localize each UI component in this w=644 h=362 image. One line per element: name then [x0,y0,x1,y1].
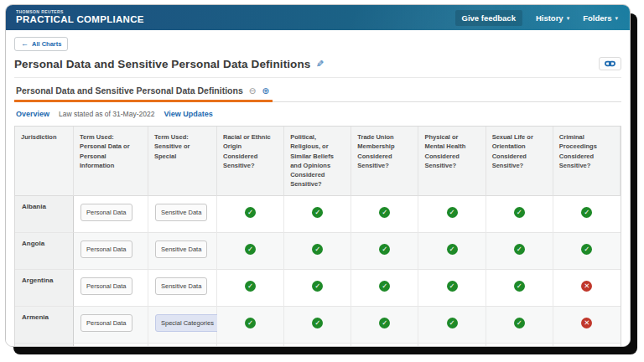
flag-cell: ✓ [351,307,418,344]
no-cross-icon[interactable]: ✕ [581,318,592,328]
yes-check-icon[interactable]: ✓ [245,244,256,255]
brand-logo[interactable]: THOMSON REUTERS PRACTICAL COMPLIANCE [16,10,144,25]
term-cell: Special Categories [148,307,217,344]
yes-check-icon[interactable]: ✓ [514,318,525,328]
flag-cell: ✓ [351,270,418,307]
yes-check-icon[interactable]: ✓ [447,207,458,218]
flag-cell: ✓ [553,196,621,233]
overview-link[interactable]: Overview [16,110,49,118]
column-header-1: Term Used: Personal Data or Personal Inf… [74,127,148,196]
yes-check-icon[interactable]: ✓ [447,281,458,292]
chart-tabs: Personal Data and Sensitive Personal Dat… [14,85,621,102]
term-cell: Personal Data [74,196,148,233]
topbar-menu: Give feedback History ▾ Folders ▾ [455,10,619,26]
flag-cell: ✓ [486,270,553,307]
flag-cell: ✓ [284,307,351,344]
term-cell: Personal Information [74,344,148,348]
column-header-7: Sexual Life or Orientation Considered Se… [486,127,553,196]
link-chain-icon [605,60,615,67]
flag-cell: ✓ [418,307,486,344]
yes-check-icon[interactable]: ✓ [245,318,256,328]
flag-cell: ✓ [217,344,284,348]
flag-cell: ✓ [553,233,621,270]
yes-check-icon[interactable]: ✓ [245,207,256,218]
collapse-circle-icon[interactable]: ⊖ [249,86,257,96]
flag-cell: ✓ [217,196,284,233]
edit-pencil-icon[interactable]: ✎ [316,59,324,70]
folders-menu-label: Folders [583,13,611,23]
term-chip[interactable]: Personal Data [80,314,132,332]
yes-check-icon[interactable]: ✓ [581,207,592,218]
page-title: Personal Data and Sensitive Personal Dat… [14,58,310,70]
yes-check-icon[interactable]: ✓ [379,318,390,328]
history-menu-label: History [536,13,564,23]
jurisdiction-cell: Angola [15,233,74,270]
all-charts-back-button[interactable]: ← All Charts [14,37,68,51]
flag-cell: ✓ [486,307,553,344]
yes-check-icon[interactable]: ✓ [379,281,390,292]
yes-check-icon[interactable]: ✓ [245,281,256,292]
page-content: ← All Charts Personal Data and Sensitive… [6,30,630,347]
back-arrow-icon: ← [21,40,29,48]
term-cell: Sensitive Data [148,196,217,233]
yes-check-icon[interactable]: ✓ [379,207,390,218]
flag-cell: ✓ [284,196,351,233]
term-chip[interactable]: Sensitive Data [155,277,207,295]
flag-cell: ✕ [553,270,621,307]
yes-check-icon[interactable]: ✓ [312,281,323,292]
column-header-6: Physical or Mental Health Considered Sen… [418,127,486,196]
column-header-0: Jurisdiction [15,127,74,196]
flag-cell: ✓ [418,344,486,348]
yes-check-icon[interactable]: ✓ [447,244,458,255]
column-header-8: Criminal Proceedings Considered Sensitiv… [553,127,621,196]
folders-menu[interactable]: Folders ▾ [583,13,618,23]
flag-cell: ✓ [486,233,553,270]
yes-check-icon[interactable]: ✓ [514,207,525,218]
brand-company: THOMSON REUTERS [16,10,144,14]
brand-product: PRACTICAL COMPLIANCE [16,15,144,25]
flag-cell: ✓ [217,270,284,307]
jurisdiction-cell: Albania [15,196,74,233]
flag-cell: ✕ [553,307,621,344]
term-chip[interactable]: Special Categories [155,314,220,332]
jurisdiction-cell: Argentina [15,270,74,307]
yes-check-icon[interactable]: ✓ [514,281,525,292]
term-chip[interactable]: Sensitive Data [155,240,207,258]
no-cross-icon[interactable]: ✕ [581,281,592,292]
yes-check-icon[interactable]: ✓ [312,244,323,255]
term-chip[interactable]: Personal Data [80,277,132,295]
jurisdiction-cell: Armenia [15,307,74,344]
yes-check-icon[interactable]: ✓ [379,244,390,255]
flag-cell: ✓ [486,196,553,233]
give-feedback-button[interactable]: Give feedback [455,10,522,26]
term-cell: Sensitive Data [148,270,217,307]
add-circle-icon[interactable]: ⊕ [262,86,270,96]
all-charts-label: All Charts [32,40,61,48]
view-updates-link[interactable]: View Updates [164,110,212,118]
term-cell: Personal Data [74,270,148,307]
history-menu[interactable]: History ▾ [536,13,569,23]
flag-cell: ✓ [351,233,418,270]
term-chip[interactable]: Personal Data [80,204,132,221]
term-chip[interactable]: Personal Data [80,240,132,258]
yes-check-icon[interactable]: ✓ [514,244,525,255]
law-stated-text: Law stated as of 31-May-2022 [59,110,154,118]
flag-cell: ✓ [418,233,486,270]
title-row: Personal Data and Sensitive Personal Dat… [14,57,621,78]
term-cell: Personal Data [74,307,148,344]
flag-cell: ✓ [217,233,284,270]
term-cell: Sensitive Data [148,233,217,270]
caret-down-icon: ▾ [567,15,570,21]
flag-cell: ✓ [418,196,486,233]
tab-personal-data-definitions[interactable]: Personal Data and Sensitive Personal Dat… [14,85,273,102]
tab-label: Personal Data and Sensitive Personal Dat… [16,85,243,96]
term-chip[interactable]: Sensitive Data [155,204,207,221]
yes-check-icon[interactable]: ✓ [581,244,592,255]
column-header-2: Term Used: Sensitive or Special [148,127,217,196]
yes-check-icon[interactable]: ✓ [312,207,323,218]
jurisdiction-cell: Australia [15,344,74,348]
yes-check-icon[interactable]: ✓ [447,318,458,328]
term-cell: Personal Data [74,233,148,270]
copy-link-button[interactable] [599,57,621,70]
yes-check-icon[interactable]: ✓ [312,318,323,328]
